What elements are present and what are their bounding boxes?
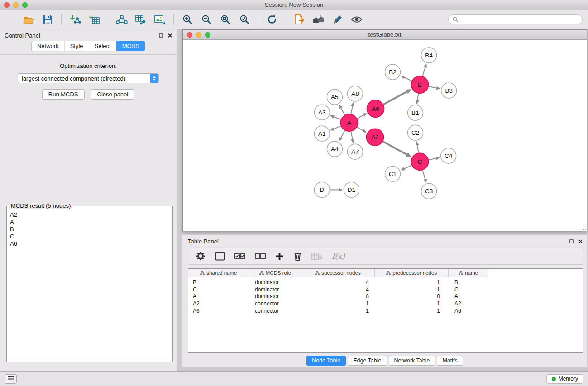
select-all-button[interactable] xyxy=(234,253,245,260)
mcds-result-item[interactable]: A2 xyxy=(10,211,172,219)
graph-edge-B-B3[interactable] xyxy=(429,86,436,88)
import-network-button[interactable] xyxy=(67,12,83,27)
memory-button[interactable]: Memory xyxy=(546,374,583,384)
run-mcds-button[interactable]: Run MCDS xyxy=(42,89,85,100)
table-row[interactable]: A2connector11A2 xyxy=(188,300,583,307)
import-table-button[interactable] xyxy=(86,12,102,27)
graph-node-B[interactable]: B xyxy=(411,76,429,93)
unselect-all-button[interactable] xyxy=(255,253,266,260)
graph-node-D[interactable]: D xyxy=(314,182,330,197)
graph-node-B4[interactable]: B4 xyxy=(421,48,437,63)
search-input[interactable] xyxy=(461,16,578,23)
tab-network-table[interactable]: Network Table xyxy=(389,356,435,366)
network-graph[interactable]: B4B2BB3A8A5A6A3B1AC2A1A2A4A7C4CC1DD1C3 xyxy=(183,40,587,231)
zoom-window-button[interactable] xyxy=(22,2,28,8)
mcds-result-item[interactable]: B xyxy=(10,226,172,233)
network-zoom-button[interactable] xyxy=(205,32,210,38)
graph-edge-A-A3[interactable] xyxy=(334,117,341,119)
graph-edge-A-A1[interactable] xyxy=(334,126,340,129)
graph-edge-A-A5[interactable] xyxy=(341,108,345,115)
close-panel-button[interactable]: Close panel xyxy=(91,89,135,100)
graph-edge-A2-C[interactable] xyxy=(383,142,407,155)
open-file-button[interactable] xyxy=(20,12,37,27)
column-header-predecessor-nodes[interactable]: predecessor nodes xyxy=(375,269,449,277)
window-titlebar[interactable]: Session: New Session xyxy=(0,0,588,10)
zoom-fit-button[interactable] xyxy=(217,12,234,27)
node-table[interactable]: shared nameMCDS rolesuccessor nodesprede… xyxy=(188,268,583,353)
graph-node-C3[interactable]: C3 xyxy=(421,183,437,199)
zoom-selected-button[interactable] xyxy=(236,12,253,27)
graph-edge-C-C2[interactable] xyxy=(417,145,419,153)
zoom-in-button[interactable] xyxy=(179,12,196,27)
graph-edge-A-A8[interactable] xyxy=(351,106,352,114)
table-row[interactable]: Adominator80A xyxy=(188,293,583,300)
network-canvas[interactable]: B4B2BB3A8A5A6A3B1AC2A1A2A4A7C4CC1DD1C3 xyxy=(183,40,587,231)
save-session-button[interactable] xyxy=(39,12,56,27)
column-header-MCDS-role[interactable]: MCDS role xyxy=(249,269,301,277)
graph-edge-C-C1[interactable] xyxy=(404,166,411,169)
graph-edge-B-B4[interactable] xyxy=(422,67,425,76)
tab-network[interactable]: Network xyxy=(32,41,64,51)
export-image-button[interactable] xyxy=(152,12,168,27)
show-hide-graphics-button[interactable] xyxy=(349,12,365,27)
column-header-name[interactable]: name xyxy=(449,269,488,277)
network-window-titlebar[interactable]: testGlobe.txt xyxy=(183,30,587,40)
graph-node-A7[interactable]: A7 xyxy=(347,144,363,159)
task-history-button[interactable] xyxy=(5,374,17,384)
graph-node-A1[interactable]: A1 xyxy=(314,126,330,141)
graph-edge-A-A7[interactable] xyxy=(351,132,352,139)
mcds-result-item[interactable]: A6 xyxy=(10,240,172,248)
float-table-panel-icon[interactable] xyxy=(569,239,574,243)
graph-edge-A-A6[interactable] xyxy=(357,115,363,118)
tab-motifs[interactable]: Motifs xyxy=(437,356,463,366)
tab-node-table[interactable]: Node Table xyxy=(306,356,346,366)
minimize-window-button[interactable] xyxy=(13,2,19,8)
graph-node-A3[interactable]: A3 xyxy=(314,105,330,120)
search-field[interactable] xyxy=(448,14,583,24)
graph-edge-A6-B[interactable] xyxy=(383,92,406,105)
table-settings-button[interactable] xyxy=(196,251,206,261)
tab-style[interactable]: Style xyxy=(64,41,89,51)
float-panel-icon[interactable] xyxy=(159,33,163,38)
resize-handle[interactable] xyxy=(581,225,586,230)
graph-edge-A-A2[interactable] xyxy=(357,127,363,131)
table-row[interactable]: A6connector11A6 xyxy=(188,307,583,315)
graph-edge-A-A4[interactable] xyxy=(341,131,345,138)
graph-node-B3[interactable]: B3 xyxy=(441,83,457,98)
home-views-button[interactable] xyxy=(311,12,327,27)
graph-node-D1[interactable]: D1 xyxy=(344,182,359,197)
table-row[interactable]: Bdominator41B xyxy=(188,279,583,286)
graph-node-A8[interactable]: A8 xyxy=(347,86,363,101)
zoom-out-button[interactable] xyxy=(198,12,215,27)
delete-button[interactable] xyxy=(293,252,302,261)
graph-edge-C-C3[interactable] xyxy=(422,170,425,179)
mcds-result-item[interactable]: C xyxy=(10,233,172,240)
close-panel-icon[interactable] xyxy=(168,33,172,38)
graph-node-B2[interactable]: B2 xyxy=(385,64,401,80)
network-close-button[interactable] xyxy=(187,32,192,38)
add-button[interactable] xyxy=(275,252,284,261)
import-network-table-button[interactable] xyxy=(133,12,149,27)
tab-mcds[interactable]: MCDS xyxy=(116,41,145,51)
graph-node-A6[interactable]: A6 xyxy=(367,100,384,117)
refresh-layout-button[interactable] xyxy=(264,12,280,27)
mcds-result-item[interactable]: A xyxy=(10,219,172,226)
close-window-button[interactable] xyxy=(4,2,10,8)
graph-node-B1[interactable]: B1 xyxy=(408,105,423,120)
graph-edge-C-C4[interactable] xyxy=(429,158,436,160)
graph-node-A[interactable]: A xyxy=(340,114,358,131)
tab-select[interactable]: Select xyxy=(89,41,116,51)
export-document-button[interactable] xyxy=(292,12,308,27)
show-columns-button[interactable] xyxy=(215,252,225,261)
tab-edge-table[interactable]: Edge Table xyxy=(348,356,387,366)
network-overview-button[interactable] xyxy=(114,12,130,27)
column-header-shared-name[interactable]: shared name xyxy=(188,269,249,277)
graph-node-A2[interactable]: A2 xyxy=(366,129,383,146)
graph-node-A5[interactable]: A5 xyxy=(327,89,342,105)
graph-edge-B-B1[interactable] xyxy=(417,94,418,100)
column-header-successor-nodes[interactable]: successor nodes xyxy=(301,269,375,277)
close-table-panel-icon[interactable] xyxy=(578,239,583,243)
style-pen-button[interactable] xyxy=(330,12,346,27)
graph-node-C2[interactable]: C2 xyxy=(408,125,423,140)
dropdown-spinner-icon[interactable] xyxy=(150,74,158,83)
